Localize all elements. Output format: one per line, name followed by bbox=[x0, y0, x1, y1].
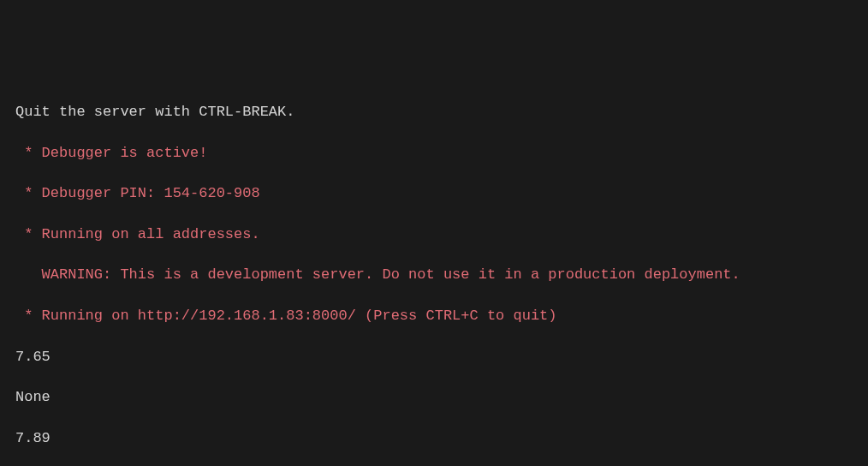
output-value: 7.89 bbox=[15, 428, 853, 449]
quit-hint: Quit the server with CTRL-BREAK. bbox=[15, 102, 853, 122]
debug-line: * Running on http://192.168.1.83:8000/ (… bbox=[15, 306, 853, 326]
output-value: None bbox=[15, 387, 853, 408]
debug-line: WARNING: This is a development server. D… bbox=[15, 265, 853, 285]
debug-line: * Debugger is active! bbox=[15, 143, 853, 164]
output-value: 7.65 bbox=[15, 347, 853, 367]
debug-line: * Running on all addresses. bbox=[15, 224, 853, 245]
debug-line: * Debugger PIN: 154-620-908 bbox=[15, 183, 853, 204]
terminal-output: Quit the server with CTRL-BREAK. * Debug… bbox=[15, 81, 853, 466]
